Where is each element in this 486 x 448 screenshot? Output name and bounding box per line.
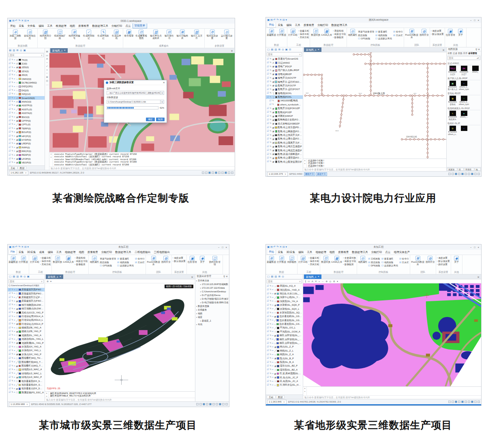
layer-row[interactable]: A ANNO(0) [8, 100, 45, 103]
visibility-checkbox-icon[interactable] [9, 127, 11, 130]
edit-icon[interactable] [270, 304, 272, 307]
scene-tool-icon[interactable]: ⊕ [47, 280, 49, 283]
ribbon-small-button[interactable]: 系统设置 [173, 257, 186, 259]
visibility-checkbox-icon[interactable] [267, 357, 269, 360]
visibility-checkbox-icon[interactable] [267, 342, 269, 345]
add-icon[interactable] [272, 380, 273, 383]
ribbon-small-button[interactable]: 路径设置 [437, 263, 450, 266]
visibility-checkbox-icon[interactable] [9, 349, 11, 352]
layer-row[interactable]: ◉ 闸点|SL_Z_P [266, 345, 303, 349]
visibility-checkbox-icon[interactable] [9, 391, 11, 394]
visibility-checkbox-icon[interactable] [9, 101, 11, 103]
map-tool-icon[interactable]: + [46, 69, 48, 71]
add-icon[interactable] [14, 289, 15, 291]
status-icons[interactable] [202, 171, 234, 174]
add-icon[interactable] [14, 74, 15, 76]
layer-tool-icon[interactable]: ▤ [13, 275, 15, 278]
panel-toggle-checkbox[interactable]: ☑ 地图面板 [375, 34, 392, 37]
visibility-checkbox-icon[interactable] [9, 70, 11, 73]
edit-icon[interactable] [11, 289, 13, 291]
add-icon[interactable] [272, 384, 273, 386]
qat-icon[interactable]: ↶ [15, 19, 17, 22]
ribbon-button[interactable]: ⊞新建数据 [267, 28, 276, 36]
edit-icon[interactable] [11, 150, 13, 152]
panel-toggle-checkbox[interactable]: ☑ 命令行 [399, 257, 409, 261]
ribbon-tab[interactable]: 地理实体生产 [392, 250, 411, 255]
map-tool-icon[interactable]: ~ [46, 61, 48, 64]
layer-row[interactable]: ╱ 闸线|SL_Z_L [266, 349, 303, 353]
layer-tool-icon[interactable]: ⊡ [289, 48, 291, 51]
visibility-checkbox-icon[interactable] [9, 131, 11, 133]
qat-icon[interactable]: ⊟ [270, 19, 272, 21]
edit-icon[interactable] [270, 296, 272, 299]
add-icon[interactable] [14, 388, 15, 390]
pin-close-icons[interactable]: ⚲ ✕ [223, 275, 228, 278]
edit-icon[interactable] [270, 62, 272, 64]
status-icon[interactable] [209, 403, 212, 406]
symbol-item[interactable]: ϟ04090006电缆接头 [447, 111, 458, 120]
layer-row[interactable]: ╱ 水渠线|SL_SQX_L [266, 307, 303, 311]
status-icon[interactable] [477, 401, 480, 403]
ribbon-button[interactable]: ◎运行模式设置 [220, 29, 233, 39]
layer-row[interactable]: □ 独立地物面|DLDW_A [8, 303, 45, 307]
catalog-tree-item[interactable]: 新场景_1 [196, 319, 228, 323]
edit-icon[interactable] [11, 323, 13, 325]
ribbon-tab[interactable]: 点云 [383, 250, 392, 255]
visibility-checkbox-icon[interactable] [9, 108, 11, 111]
edit-icon[interactable] [11, 334, 13, 337]
close-icon[interactable]: ✕ [163, 81, 165, 84]
layer-search-input[interactable]: 搜索∨ [267, 279, 302, 283]
ribbon-button[interactable]: ▧地类图斑分割 [39, 29, 52, 39]
layer-row[interactable]: ◉ 配电-柱上避雷器|FOZS [266, 156, 303, 160]
add-icon[interactable] [272, 308, 273, 310]
layer-row[interactable]: □ 绿地面|LD_WAC_A [8, 368, 45, 371]
symbol-item[interactable]: •others_s...others_symbol [459, 81, 469, 90]
layer-row[interactable]: ⊙ ZJ(0) [8, 62, 45, 65]
edit-icon[interactable] [11, 380, 13, 382]
log-gutter[interactable]: ×+ [303, 159, 307, 167]
edit-icon[interactable] [11, 361, 13, 363]
edit-icon[interactable] [270, 73, 272, 75]
visibility-checkbox-icon[interactable] [267, 289, 269, 291]
visibility-checkbox-icon[interactable] [267, 293, 269, 295]
ribbon-tab[interactable]: 分幅打印 [110, 24, 124, 28]
ribbon-tab[interactable]: 地物处理 [314, 250, 328, 255]
ribbon-button[interactable]: ◉关于 [198, 255, 207, 263]
ribbon-tab[interactable]: 点云 [124, 24, 132, 28]
visibility-checkbox-icon[interactable] [9, 353, 11, 356]
edit-icon[interactable] [270, 365, 272, 367]
add-icon[interactable] [14, 89, 15, 92]
layer-row[interactable]: ◉ 配电-柱上重合器|FOZS [266, 137, 303, 141]
layer-row[interactable]: ○ 水渠加固面|SL_SQM_A [266, 311, 303, 315]
ribbon-tab[interactable]: 质量检查 [302, 23, 316, 28]
layer-row[interactable]: ◉ 配电开关站|FOKGZP [266, 107, 303, 110]
ribbon-tab[interactable]: 三维地图输出 [152, 250, 171, 255]
add-icon[interactable] [14, 391, 15, 394]
visibility-checkbox-icon[interactable] [9, 74, 11, 76]
panel-toggle-checkbox[interactable]: ☐ 还原默认布局 [381, 264, 398, 268]
log-gutter-icon[interactable]: + [304, 162, 306, 165]
layer-row[interactable]: ○ 干沟面|SL_GGM_A [266, 330, 303, 334]
visibility-checkbox-icon[interactable] [269, 100, 271, 102]
edit-icon[interactable] [11, 139, 13, 141]
layer-row[interactable]: ◉ 植被点|ZB_YAG_P [8, 330, 45, 333]
status-icon[interactable] [228, 171, 231, 174]
edit-icon[interactable] [270, 115, 272, 118]
map-tool-icon[interactable]: ∥ [305, 280, 306, 283]
scale-combobox[interactable]: 1:6,282.105∨ [9, 171, 28, 175]
edit-icon[interactable] [270, 312, 272, 314]
quick-access-toolbar[interactable]: ▣⊟↶↷✕⊡▾ [267, 246, 287, 249]
add-icon[interactable] [14, 70, 15, 73]
visibility-checkbox-icon[interactable] [267, 365, 269, 367]
qat-icon[interactable]: ⊟ [270, 246, 272, 249]
status-icons[interactable] [448, 173, 480, 176]
qat-icon[interactable]: ▣ [267, 246, 270, 249]
visibility-checkbox-icon[interactable] [9, 104, 11, 107]
command-input[interactable]: 输入命令;要素编码/文字信息，全局搜索;使用Tab键切换命令列表 [49, 166, 235, 170]
visibility-checkbox-icon[interactable] [267, 73, 269, 75]
ribbon-tab[interactable]: 工具 [305, 250, 314, 255]
log-gutter[interactable]: ×+ [45, 392, 49, 398]
ribbon-tab[interactable]: 分幅打印 [316, 23, 330, 28]
ribbon-button[interactable]: ◫协同业务管理 [208, 255, 222, 266]
status-icon[interactable] [215, 171, 218, 174]
